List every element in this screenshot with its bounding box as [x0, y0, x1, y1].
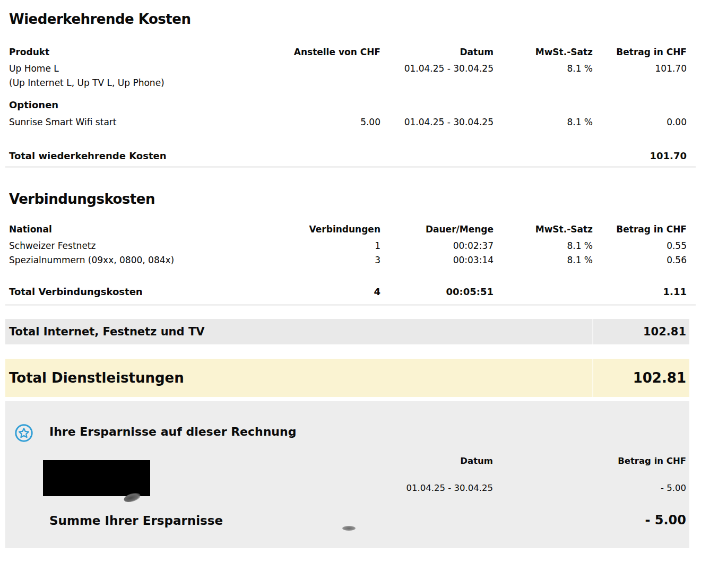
product-detail: (Up Internet L, Up TV L, Up Phone): [9, 76, 253, 90]
option-vat-rate: 8.1 %: [494, 115, 593, 129]
col-header-datum: Datum: [380, 45, 494, 59]
connection-count: 3: [253, 253, 380, 267]
connection-count: 1: [253, 239, 380, 253]
connection-total-count: 4: [253, 284, 380, 299]
table-row-product: Up Home L (Up Internet L, Up TV L, Up Ph…: [9, 62, 687, 90]
total-services-band: Total Dienstleistungen 102.81: [5, 359, 689, 397]
product-vat-rate: 8.1 %: [494, 62, 593, 90]
total-internet-label: Total Internet, Festnetz und TV: [9, 325, 204, 338]
savings-total-label: Summe Ihrer Ersparnisse: [49, 513, 223, 528]
connection-name: Spezialnummern (09xx, 0800, 084x): [9, 253, 253, 267]
redaction-box: [43, 460, 150, 496]
col-header-mwst-satz: MwSt.-Satz: [494, 222, 593, 237]
connection-section-title: Verbindungskosten: [9, 191, 687, 207]
col-header-mwst-satz: MwSt.-Satz: [494, 45, 593, 59]
col-header-verbindungen: Verbindungen: [253, 222, 380, 237]
savings-col-header-betrag: Betrag in CHF: [618, 455, 686, 467]
recurring-total-amount: 101.70: [593, 149, 687, 163]
table-row-national-1: Schweizer Festnetz 1 00:02:37 8.1 % 0.55: [9, 239, 687, 253]
connection-duration: 00:02:37: [380, 239, 494, 253]
connection-amount: 0.56: [593, 253, 687, 267]
col-header-national: National: [9, 222, 253, 237]
product-name: Up Home L: [9, 62, 253, 76]
recurring-total-row: Total wiederkehrende Kosten 101.70: [9, 149, 687, 163]
total-services-label: Total Dienstleistungen: [9, 370, 184, 386]
product-date-range: 01.04.25 - 30.04.25: [380, 62, 494, 90]
recurring-section-title: Wiederkehrende Kosten: [9, 11, 687, 27]
connection-total-label: Total Verbindungskosten: [9, 284, 253, 299]
connection-amount: 0.55: [593, 239, 687, 253]
savings-date-range: 01.04.25 - 30.04.25: [406, 482, 493, 494]
connection-total-amount: 1.11: [593, 284, 687, 299]
ink-smudge: [342, 526, 356, 531]
recurring-total-label: Total wiederkehrende Kosten: [9, 149, 253, 163]
col-header-betrag-in-chf: Betrag in CHF: [593, 222, 687, 237]
connection-name: Schweizer Festnetz: [9, 239, 253, 253]
savings-panel: Ihre Ersparnisse auf dieser Rechnung Dat…: [5, 401, 689, 548]
savings-total-amount: - 5.00: [645, 513, 686, 528]
connection-vat-rate: 8.1 %: [494, 253, 593, 267]
total-internet-amount: 102.81: [643, 325, 686, 338]
section-divider: [5, 166, 696, 168]
table-row-option: Sunrise Smart Wifi start 5.00 01.04.25 -…: [9, 115, 687, 129]
option-instead-of-amount: 5.00: [253, 115, 380, 129]
connection-vat-rate: 8.1 %: [494, 239, 593, 253]
connection-table-header: National Verbindungen Dauer/Menge MwSt.-…: [9, 222, 687, 237]
col-header-produkt: Produkt: [9, 45, 253, 59]
product-amount: 101.70: [593, 62, 687, 90]
option-amount: 0.00: [593, 115, 687, 129]
connection-total-row: Total Verbindungskosten 4 00:05:51 1.11: [9, 284, 687, 299]
connection-duration: 00:03:14: [380, 253, 494, 267]
savings-title: Ihre Ersparnisse auf dieser Rechnung: [49, 425, 296, 439]
col-header-dauer-menge: Dauer/Menge: [380, 222, 494, 237]
savings-amount: - 5.00: [661, 482, 686, 494]
total-services-amount: 102.81: [633, 370, 686, 386]
table-row-national-2: Spezialnummern (09xx, 0800, 084x) 3 00:0…: [9, 253, 687, 267]
option-name: Sunrise Smart Wifi start: [9, 115, 253, 129]
star-circle-icon: [15, 424, 33, 442]
total-internet-band: Total Internet, Festnetz und TV 102.81: [5, 319, 689, 344]
col-header-anstelle-von-chf: Anstelle von CHF: [253, 45, 380, 59]
recurring-table-header: Produkt Anstelle von CHF Datum MwSt.-Sat…: [9, 45, 687, 59]
options-subheader: Optionen: [9, 98, 687, 112]
section-divider: [5, 304, 696, 306]
col-header-betrag-in-chf: Betrag in CHF: [593, 45, 687, 59]
connection-total-duration: 00:05:51: [380, 284, 494, 299]
option-date-range: 01.04.25 - 30.04.25: [380, 115, 494, 129]
invoice-page: Wiederkehrende Kosten Produkt Anstelle v…: [0, 0, 701, 588]
cell-divider: [592, 359, 593, 397]
savings-col-header-datum: Datum: [460, 455, 493, 467]
cell-divider: [592, 319, 593, 344]
